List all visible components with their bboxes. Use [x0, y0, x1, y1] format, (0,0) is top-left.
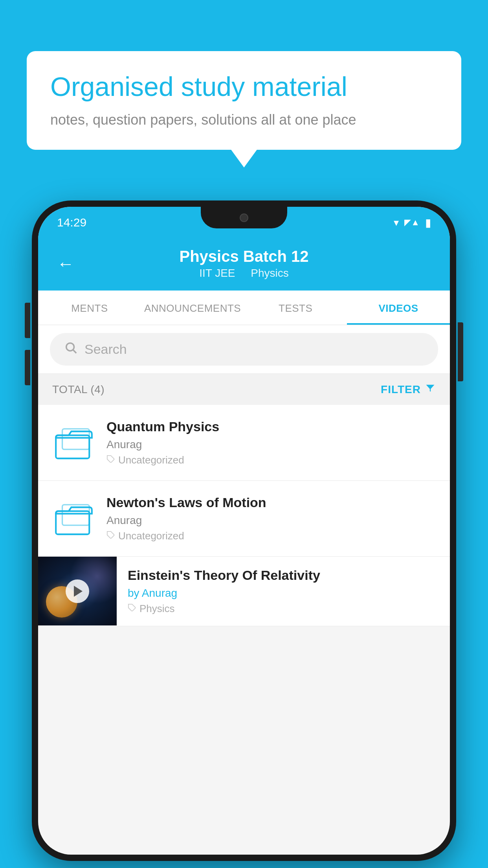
speech-bubble-area: Organised study material notes, question… — [27, 51, 461, 150]
wifi-icon: ▾ — [394, 217, 399, 229]
author-name: Anurag — [142, 587, 177, 599]
list-item[interactable]: Newton's Laws of Motion Anurag Uncategor… — [38, 481, 450, 557]
play-icon — [74, 586, 83, 597]
tag-label: Uncategorized — [118, 530, 184, 542]
list-item[interactable]: Einstein's Theory Of Relativity by Anura… — [38, 557, 450, 626]
search-placeholder: Search — [84, 342, 127, 357]
filter-icon — [425, 383, 436, 396]
phone-screen: 14:29 ▾ ◤▲ ▮ ← Physics Batch 12 IIT JEE — [38, 207, 450, 855]
content-area: Quantum Physics Anurag Uncategorized — [38, 405, 450, 626]
filter-button[interactable]: FILTER — [381, 383, 436, 396]
header-subtitle-part2: Physics — [251, 267, 288, 279]
video-title: Einstein's Theory Of Relativity — [128, 568, 439, 583]
list-item[interactable]: Quantum Physics Anurag Uncategorized — [38, 405, 450, 481]
status-bar: 14:29 ▾ ◤▲ ▮ — [38, 207, 450, 238]
status-icons: ▾ ◤▲ ▮ — [394, 216, 431, 229]
folder-icon-container — [52, 497, 95, 540]
svg-rect-5 — [56, 511, 89, 534]
filter-bar: TOTAL (4) FILTER — [38, 374, 450, 405]
app-header: ← Physics Batch 12 IIT JEE Physics — [38, 238, 450, 291]
folder-icon — [54, 425, 94, 460]
tab-tests[interactable]: TESTS — [244, 291, 347, 325]
video-tag: Uncategorized — [106, 454, 436, 466]
video-info: Quantum Physics Anurag Uncategorized — [106, 419, 436, 466]
svg-point-0 — [66, 343, 74, 351]
video-info: Einstein's Theory Of Relativity by Anura… — [117, 557, 450, 626]
folder-icon-container — [52, 421, 95, 464]
svg-rect-2 — [56, 435, 89, 458]
video-tag: Physics — [128, 603, 439, 615]
play-button[interactable] — [66, 579, 89, 603]
header-center: Physics Batch 12 IIT JEE Physics — [179, 248, 308, 280]
tab-videos[interactable]: VIDEOS — [347, 291, 450, 325]
video-author: by Anurag — [128, 587, 439, 600]
camera — [240, 213, 248, 222]
battery-icon: ▮ — [425, 216, 431, 229]
video-author: Anurag — [106, 438, 436, 451]
total-label: TOTAL (4) — [52, 383, 105, 396]
search-icon — [64, 341, 77, 358]
speech-bubble: Organised study material notes, question… — [27, 51, 461, 150]
tag-icon — [128, 603, 136, 615]
tag-icon — [106, 454, 115, 466]
bubble-title: Organised study material — [50, 71, 438, 103]
volume-up-button — [25, 303, 30, 338]
search-input-wrap[interactable]: Search — [50, 333, 438, 366]
phone-mockup: 14:29 ▾ ◤▲ ▮ ← Physics Batch 12 IIT JEE — [32, 200, 456, 861]
notch — [201, 207, 287, 228]
svg-line-1 — [73, 350, 76, 353]
tab-announcements[interactable]: ANNOUNCEMENTS — [141, 291, 244, 325]
video-thumbnail — [38, 557, 117, 625]
tab-bar: MENTS ANNOUNCEMENTS TESTS VIDEOS — [38, 291, 450, 325]
volume-down-button — [25, 350, 30, 385]
tag-label: Physics — [139, 603, 175, 615]
status-time: 14:29 — [57, 216, 86, 229]
signal-icon: ◤▲ — [404, 217, 420, 228]
folder-icon — [54, 501, 94, 536]
header-title: Physics Batch 12 — [179, 248, 308, 265]
header-subtitle: IIT JEE Physics — [179, 267, 308, 280]
by-prefix: by — [128, 587, 142, 599]
video-tag: Uncategorized — [106, 530, 436, 542]
video-title: Newton's Laws of Motion — [106, 495, 436, 510]
power-button — [458, 322, 463, 381]
back-button[interactable]: ← — [57, 254, 74, 274]
filter-label: FILTER — [381, 383, 421, 396]
search-bar-container: Search — [38, 325, 450, 374]
tag-icon — [106, 530, 115, 542]
video-info: Newton's Laws of Motion Anurag Uncategor… — [106, 495, 436, 542]
tag-label: Uncategorized — [118, 454, 184, 466]
header-subtitle-part1: IIT JEE — [199, 267, 235, 279]
phone-outer: 14:29 ▾ ◤▲ ▮ ← Physics Batch 12 IIT JEE — [32, 200, 456, 861]
bubble-subtitle: notes, question papers, solutions all at… — [50, 112, 438, 128]
video-author: Anurag — [106, 514, 436, 527]
tab-ments[interactable]: MENTS — [38, 291, 141, 325]
video-title: Quantum Physics — [106, 419, 436, 434]
